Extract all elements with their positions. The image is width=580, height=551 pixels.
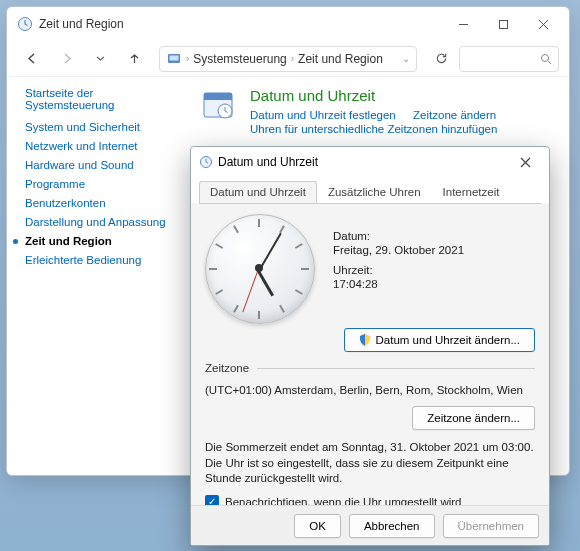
tab-internet-time[interactable]: Internetzeit bbox=[432, 181, 511, 203]
window-title: Zeit und Region bbox=[39, 17, 124, 31]
titlebar: Zeit und Region bbox=[7, 7, 569, 41]
nav-toolbar: › Systemsteuerung › Zeit und Region ⌄ bbox=[7, 41, 569, 77]
uac-shield-icon bbox=[359, 334, 371, 346]
search-input[interactable] bbox=[459, 46, 559, 72]
change-timezone-button[interactable]: Zeitzone ändern... bbox=[412, 406, 535, 430]
dialog-titlebar: Datum und Uhrzeit bbox=[191, 147, 549, 177]
dialog-footer: OK Abbrechen Übernehmen bbox=[191, 505, 549, 545]
chevron-right-icon: › bbox=[291, 53, 294, 64]
apply-button[interactable]: Übernehmen bbox=[443, 514, 539, 538]
cancel-button[interactable]: Abbrechen bbox=[349, 514, 435, 538]
breadcrumb[interactable]: › Systemsteuerung › Zeit und Region ⌄ bbox=[159, 46, 417, 72]
maximize-button[interactable] bbox=[483, 11, 523, 37]
svg-rect-6 bbox=[204, 93, 232, 100]
dialog-body: Datum: Freitag, 29. Oktober 2021 Uhrzeit… bbox=[191, 204, 549, 505]
sidebar-item-programs[interactable]: Programme bbox=[25, 178, 180, 190]
sidebar-item-accounts[interactable]: Benutzerkonten bbox=[25, 197, 180, 209]
svg-rect-1 bbox=[499, 20, 507, 28]
link-add-clocks[interactable]: Uhren für unterschiedliche Zeitzonen hin… bbox=[250, 123, 497, 135]
sidebar-item-time-region[interactable]: Zeit und Region bbox=[25, 235, 180, 247]
timezone-heading: Zeitzone bbox=[205, 362, 249, 374]
breadcrumb-current[interactable]: Zeit und Region bbox=[298, 52, 383, 66]
dialog-title: Datum und Uhrzeit bbox=[218, 155, 318, 169]
close-button[interactable] bbox=[523, 11, 563, 37]
svg-rect-3 bbox=[170, 55, 179, 60]
svg-point-4 bbox=[542, 54, 549, 61]
clock-region-icon bbox=[17, 16, 33, 32]
sidebar-item-hardware[interactable]: Hardware und Sound bbox=[25, 159, 180, 171]
dialog-close-button[interactable] bbox=[507, 150, 543, 174]
date-label: Datum: bbox=[333, 230, 464, 242]
timezone-value: (UTC+01:00) Amsterdam, Berlin, Bern, Rom… bbox=[205, 384, 535, 396]
change-datetime-button[interactable]: Datum und Uhrzeit ändern... bbox=[344, 328, 535, 352]
ok-button[interactable]: OK bbox=[294, 514, 341, 538]
time-value: 17:04:28 bbox=[333, 278, 464, 290]
datetime-info: Datum: Freitag, 29. Oktober 2021 Uhrzeit… bbox=[333, 214, 464, 324]
datetime-dialog: Datum und Uhrzeit Datum und Uhrzeit Zusä… bbox=[190, 146, 550, 546]
analog-clock bbox=[205, 214, 315, 324]
dialog-tabs: Datum und Uhrzeit Zusätzliche Uhren Inte… bbox=[191, 177, 549, 203]
time-label: Uhrzeit: bbox=[333, 264, 464, 276]
category-title[interactable]: Datum und Uhrzeit bbox=[250, 87, 511, 104]
search-icon bbox=[540, 53, 552, 65]
category-links: Datum und Uhrzeit festlegen Zeitzone änd… bbox=[250, 108, 511, 136]
sidebar-heading[interactable]: Startseite der Systemsteuerung bbox=[25, 87, 180, 111]
control-panel-icon bbox=[166, 51, 182, 67]
link-set-datetime[interactable]: Datum und Uhrzeit festlegen bbox=[250, 109, 396, 121]
sidebar: Startseite der Systemsteuerung System un… bbox=[25, 87, 180, 273]
sidebar-item-network[interactable]: Netzwerk und Internet bbox=[25, 140, 180, 152]
sidebar-item-system[interactable]: System und Sicherheit bbox=[25, 121, 180, 133]
breadcrumb-root[interactable]: Systemsteuerung bbox=[193, 52, 286, 66]
chevron-right-icon: › bbox=[186, 53, 189, 64]
up-button[interactable] bbox=[119, 45, 149, 73]
sidebar-item-appearance[interactable]: Darstellung und Anpassung bbox=[25, 216, 180, 228]
back-button[interactable] bbox=[17, 45, 47, 73]
link-change-tz[interactable]: Zeitzone ändern bbox=[413, 109, 496, 121]
recent-dropdown[interactable] bbox=[85, 45, 115, 73]
tab-datetime[interactable]: Datum und Uhrzeit bbox=[199, 181, 317, 203]
dst-info: Die Sommerzeit endet am Sonntag, 31. Okt… bbox=[205, 440, 535, 487]
notify-checkbox[interactable]: ✓ bbox=[205, 495, 219, 505]
refresh-button[interactable] bbox=[427, 46, 455, 72]
forward-button[interactable] bbox=[51, 45, 81, 73]
date-value: Freitag, 29. Oktober 2021 bbox=[333, 244, 464, 256]
chevron-down-icon[interactable]: ⌄ bbox=[402, 53, 410, 64]
sidebar-item-accessibility[interactable]: Erleichterte Bedienung bbox=[25, 254, 180, 266]
dialog-icon bbox=[199, 155, 213, 169]
datetime-category-icon bbox=[200, 87, 236, 123]
minimize-button[interactable] bbox=[443, 11, 483, 37]
tab-additional-clocks[interactable]: Zusätzliche Uhren bbox=[317, 181, 432, 203]
notify-label: Benachrichtigen, wenn die Uhr umgestellt… bbox=[225, 496, 462, 505]
